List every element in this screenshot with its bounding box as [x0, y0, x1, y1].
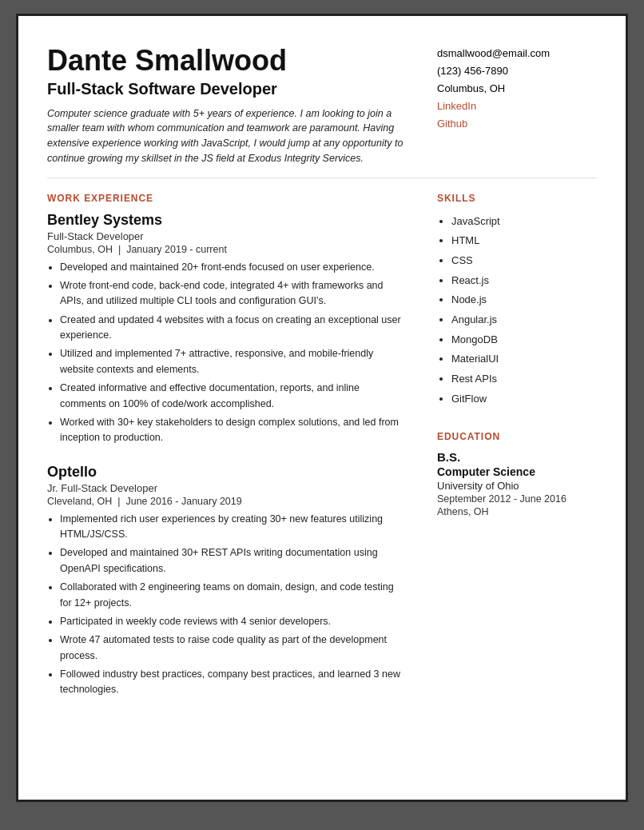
skills-heading: SKILLS [437, 193, 597, 204]
skill-item: CSS [451, 251, 597, 271]
edu-location: Athens, OH [437, 506, 597, 517]
job-block-optello: Optello Jr. Full-Stack Developer Clevela… [47, 464, 407, 698]
job-location-bentley: Columbus, OH | January 2019 - current [47, 244, 407, 255]
skill-item: JavaScript [451, 212, 597, 232]
job-role-optello: Jr. Full-Stack Developer [47, 482, 407, 494]
list-item: Developed and maintained 30+ REST APIs w… [60, 545, 407, 577]
education-heading: EDUCATION [437, 431, 597, 442]
linkedin-link[interactable]: LinkedIn [437, 100, 476, 112]
skill-item: Node.js [451, 290, 597, 310]
main-content: WORK EXPERIENCE Bentley Systems Full-Sta… [47, 193, 597, 768]
skill-item: Rest APIs [451, 369, 597, 389]
work-experience-heading: WORK EXPERIENCE [47, 193, 407, 204]
right-column: SKILLS JavaScript HTML CSS React.js Node… [437, 193, 597, 768]
contact-email: dsmallwood@email.com [437, 45, 597, 62]
edu-school: University of Ohio [437, 480, 597, 492]
skills-list: JavaScript HTML CSS React.js Node.js Ang… [451, 212, 597, 409]
edu-dates: September 2012 - June 2016 [437, 493, 597, 505]
job-bullets-optello: Implemented rich user experiences by cre… [60, 512, 407, 698]
education-section: EDUCATION B.S. Computer Science Universi… [437, 431, 597, 517]
candidate-summary: Computer science graduate with 5+ years … [47, 106, 413, 166]
skill-item: GitFlow [451, 389, 597, 409]
job-company-optello: Optello [47, 464, 407, 481]
github-link[interactable]: Github [437, 118, 467, 130]
header-section: Dante Smallwood Full-Stack Software Deve… [47, 45, 597, 178]
job-location-optello: Cleveland, OH | June 2016 - January 2019 [47, 496, 407, 507]
skill-item: MongoDB [451, 330, 597, 350]
candidate-title: Full-Stack Software Developer [47, 80, 413, 98]
list-item: Wrote front-end code, back-end code, int… [60, 278, 407, 309]
list-item: Participated in weekly code reviews with… [60, 614, 407, 629]
header-contact: dsmallwood@email.com (123) 456-7890 Colu… [437, 45, 597, 133]
candidate-name: Dante Smallwood [47, 45, 413, 77]
list-item: Utilized and implemented 7+ attractive, … [60, 346, 407, 377]
left-column: WORK EXPERIENCE Bentley Systems Full-Sta… [47, 193, 415, 768]
contact-phone: (123) 456-7890 [437, 62, 597, 80]
header-left: Dante Smallwood Full-Stack Software Deve… [47, 45, 437, 166]
list-item: Followed industry best practices, compan… [60, 667, 407, 698]
list-item: Collaborated with 2 engineering teams on… [60, 580, 407, 611]
job-company-bentley: Bentley Systems [47, 212, 407, 229]
list-item: Created informative and effective docume… [60, 381, 407, 412]
list-item: Developed and maintained 20+ front-ends … [60, 260, 407, 275]
job-block-bentley: Bentley Systems Full-Stack Developer Col… [47, 212, 407, 446]
list-item: Implemented rich user experiences by cre… [60, 512, 407, 543]
skill-item: Angular.js [451, 310, 597, 330]
skill-item: MaterialUI [451, 349, 597, 369]
edu-degree: B.S. [437, 450, 597, 464]
skills-section: SKILLS JavaScript HTML CSS React.js Node… [437, 193, 597, 409]
list-item: Created and updated 4 websites with a fo… [60, 313, 407, 344]
contact-location: Columbus, OH [437, 80, 597, 98]
job-role-bentley: Full-Stack Developer [47, 230, 407, 242]
resume-document: Dante Smallwood Full-Stack Software Deve… [18, 16, 626, 800]
job-bullets-bentley: Developed and maintained 20+ front-ends … [60, 260, 407, 446]
list-item: Worked with 30+ key stakeholders to desi… [60, 415, 407, 446]
skill-item: React.js [451, 271, 597, 291]
skill-item: HTML [451, 231, 597, 251]
list-item: Wrote 47 automated tests to raise code q… [60, 632, 407, 664]
edu-field: Computer Science [437, 465, 597, 478]
